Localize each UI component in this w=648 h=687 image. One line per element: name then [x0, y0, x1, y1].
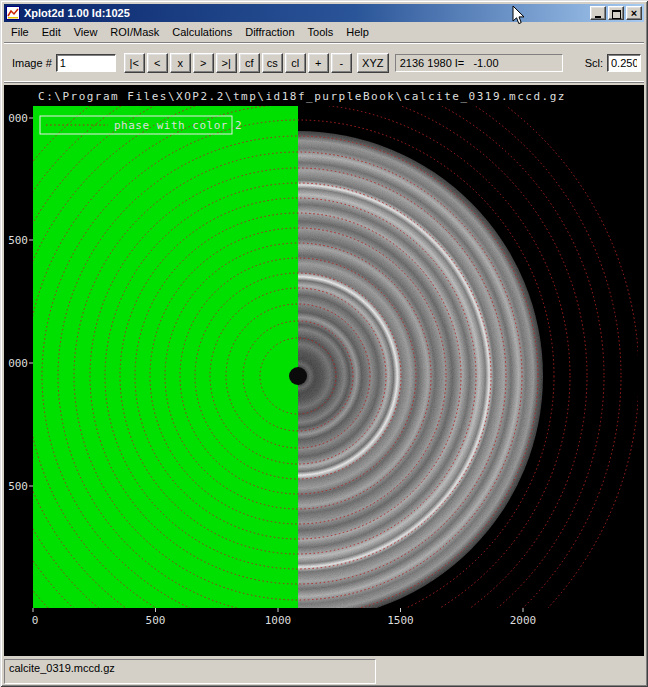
menu-calculations[interactable]: Calculations [166, 24, 238, 40]
y-tick-label: 000 [8, 357, 28, 370]
image-number-input[interactable] [56, 54, 116, 72]
x-tick-label: 2000 [510, 614, 537, 627]
cl-button[interactable]: cl [285, 53, 306, 73]
plot-area: C:\Program Files\XOP2.2\tmp\id18f_purple… [4, 85, 644, 656]
status-filename: calcite_0319.mccd.gz [9, 662, 115, 674]
minimize-icon [595, 16, 601, 18]
menu-file[interactable]: File [5, 24, 35, 40]
last-image-button[interactable]: >| [216, 53, 237, 73]
first-image-button[interactable]: |< [124, 53, 145, 73]
maximize-icon [612, 10, 621, 19]
close-button[interactable]: × [626, 6, 642, 20]
window-title: Xplot2d 1.00 Id:1025 [24, 7, 130, 19]
menu-tools[interactable]: Tools [302, 24, 340, 40]
window-controls: × [590, 6, 644, 20]
legend-label: phase with color 2 [114, 119, 242, 132]
minus-button[interactable]: - [331, 53, 352, 73]
scale-label: Scl: [585, 57, 603, 69]
toolbar: Image # |< < x > >| cf cs cl + - XYZ 213… [4, 42, 644, 83]
mask-region [33, 106, 298, 608]
beamstop [289, 367, 307, 385]
plot-title: C:\Program Files\XOP2.2\tmp\id18f_purple… [38, 90, 566, 103]
plot-canvas[interactable]: C:\Program Files\XOP2.2\tmp\id18f_purple… [4, 85, 644, 656]
scale-input[interactable] [607, 54, 641, 72]
cursor-position-readout: 2136 1980 I= -1.00 [395, 54, 563, 72]
x-button[interactable]: x [170, 53, 191, 73]
xyz-button[interactable]: XYZ [357, 53, 389, 73]
cs-button[interactable]: cs [262, 53, 283, 73]
previous-image-button[interactable]: < [147, 53, 168, 73]
menu-diffraction[interactable]: Diffraction [239, 24, 300, 40]
y-tick-label: 500 [8, 234, 28, 247]
minimize-button[interactable] [590, 6, 606, 20]
x-tick-label: 500 [146, 614, 166, 627]
x-tick-label: 1500 [387, 614, 414, 627]
y-tick-label: 500 [8, 480, 28, 493]
menu-roi-mask[interactable]: ROI/Mask [104, 24, 165, 40]
plus-button[interactable]: + [308, 53, 329, 73]
y-tick-label: 000 [8, 112, 28, 125]
image-number-label: Image # [12, 57, 52, 69]
next-image-button[interactable]: > [193, 53, 214, 73]
app-window: Xplot2d 1.00 Id:1025 × File Edit View RO… [0, 0, 648, 687]
x-tick-label: 1000 [265, 614, 292, 627]
menu-help[interactable]: Help [340, 24, 375, 40]
x-tick-label: 0 [32, 614, 39, 627]
menu-edit[interactable]: Edit [36, 24, 67, 40]
app-icon[interactable] [6, 6, 20, 20]
filename-statusbar: calcite_0319.mccd.gz [4, 659, 376, 684]
menu-view[interactable]: View [68, 24, 104, 40]
menubar: File Edit View ROI/Mask Calculations Dif… [4, 23, 644, 41]
close-icon: × [627, 8, 641, 19]
maximize-button[interactable] [608, 6, 624, 20]
cf-button[interactable]: cf [239, 53, 260, 73]
scale-group: Scl: [585, 54, 641, 72]
titlebar[interactable]: Xplot2d 1.00 Id:1025 × [4, 4, 644, 22]
